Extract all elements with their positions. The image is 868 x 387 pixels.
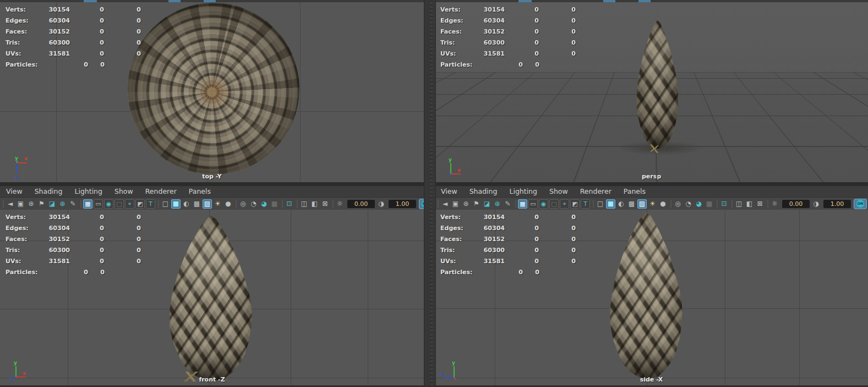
safe-title-icon[interactable]: T — [581, 199, 590, 209]
menu-panels[interactable]: Panels — [183, 186, 217, 197]
grid-icon[interactable]: ▦ — [518, 199, 527, 209]
isolate-select-icon[interactable]: ⊡ — [719, 199, 729, 209]
wireframe-icon[interactable]: □ — [161, 199, 170, 209]
menu-lighting[interactable]: Lighting — [503, 186, 543, 197]
hud-stat-value: 0 — [83, 17, 104, 24]
xray-icon[interactable]: ◫ — [734, 199, 744, 209]
flat-shade-icon[interactable]: ◐ — [616, 199, 626, 209]
menu-shading[interactable]: Shading — [29, 186, 69, 197]
menu-show[interactable]: Show — [108, 186, 139, 197]
xray-joints-icon[interactable]: ◧ — [310, 199, 319, 209]
hud-stat-value: 0 — [554, 247, 576, 254]
menu-view[interactable]: View — [435, 186, 463, 197]
image-plane-icon[interactable]: ◪ — [482, 199, 492, 209]
exposure-icon[interactable]: ☼ — [770, 199, 779, 209]
safe-action-icon[interactable]: ◩ — [570, 199, 580, 209]
hud-stat-value: 0 — [554, 225, 576, 232]
hud-stat-value: 31581 — [465, 258, 505, 265]
menu-lighting[interactable]: Lighting — [68, 186, 108, 197]
pan-zoom-icon[interactable]: ⊕ — [58, 199, 67, 209]
use-default-material-icon[interactable]: ▨ — [637, 199, 647, 209]
gamma-field[interactable]: 1.00 — [823, 200, 851, 208]
pinecone-model-side-view[interactable] — [600, 212, 692, 379]
toolbar-separator — [515, 200, 516, 208]
safe-action-icon[interactable]: ◩ — [135, 199, 145, 209]
contrast-icon[interactable]: ◑ — [811, 199, 821, 209]
menu-view[interactable]: View — [0, 186, 29, 197]
textured-icon[interactable]: ▩ — [192, 199, 201, 209]
menu-shading[interactable]: Shading — [463, 186, 504, 197]
pane-divider[interactable] — [435, 182, 868, 186]
gate-mask-icon[interactable]: □ — [114, 199, 124, 209]
film-gate-icon[interactable]: ▭ — [528, 199, 538, 209]
image-plane-icon[interactable]: ◪ — [47, 199, 57, 209]
color-management-toggle[interactable]: ON — [419, 199, 424, 209]
ambient-occlusion-icon[interactable]: ◎ — [673, 199, 683, 209]
film-gate-icon[interactable]: ▭ — [94, 199, 103, 209]
lights-icon[interactable]: ☀ — [213, 199, 222, 209]
pan-zoom-icon[interactable]: ⊕ — [493, 199, 502, 209]
grease-pencil-icon[interactable]: ✎ — [503, 199, 512, 209]
clipped-active-button — [638, 0, 651, 2]
hud-stat-row: Faces: 30152 0 0 — [435, 26, 589, 37]
gate-mask-icon[interactable]: □ — [549, 199, 559, 209]
safe-title-icon[interactable]: T — [146, 199, 155, 209]
ambient-occlusion-icon[interactable]: ◎ — [238, 199, 248, 209]
smooth-shade-icon[interactable]: ■ — [606, 199, 615, 209]
field-chart-icon[interactable]: ⌖ — [560, 199, 569, 209]
lock-camera-icon[interactable]: ▣ — [451, 199, 460, 209]
multisample-icon[interactable]: ◕ — [259, 199, 269, 209]
bookmarks-icon[interactable]: ⚑ — [37, 199, 46, 209]
field-chart-icon[interactable]: ⌖ — [125, 199, 134, 209]
resolution-gate-icon[interactable]: ◉ — [104, 199, 113, 209]
resolution-gate-icon[interactable]: ◉ — [539, 199, 548, 209]
grid-icon[interactable]: ▦ — [83, 199, 92, 209]
pane-splitter[interactable] — [424, 0, 436, 387]
image-plate-icon[interactable]: ▦ — [705, 199, 714, 209]
hud-stat-row: Edges: 60304 0 0 — [0, 223, 154, 234]
exposure-icon[interactable]: ☼ — [335, 199, 345, 209]
pane-divider[interactable] — [0, 182, 424, 186]
viewport-top[interactable]: Verts: 30154 0 0 Edges: 60304 0 0 Faces:… — [0, 2, 424, 182]
snapshot-icon[interactable]: ⊠ — [755, 199, 765, 209]
select-camera-icon[interactable]: ◄ — [6, 199, 15, 209]
viewport-side[interactable]: Verts: 30154 0 0 Edges: 60304 0 0 Faces:… — [435, 210, 868, 385]
multisample-icon[interactable]: ◕ — [694, 199, 703, 209]
smooth-shade-icon[interactable]: ■ — [171, 199, 181, 209]
menu-renderer[interactable]: Renderer — [574, 186, 618, 197]
isolate-select-icon[interactable]: ⊡ — [285, 199, 294, 209]
image-plate-icon[interactable]: ▦ — [270, 199, 279, 209]
menu-show[interactable]: Show — [543, 186, 574, 197]
menu-panels[interactable]: Panels — [618, 186, 652, 197]
select-camera-icon[interactable]: ◄ — [440, 199, 450, 209]
exposure-field[interactable]: 0.00 — [347, 200, 375, 208]
textured-icon[interactable]: ▩ — [627, 199, 636, 209]
viewport-front[interactable]: Verts: 30154 0 0 Edges: 60304 0 0 Faces:… — [0, 210, 424, 385]
grease-pencil-icon[interactable]: ✎ — [68, 199, 78, 209]
clipped-active-button — [168, 0, 181, 2]
lights-icon[interactable]: ☀ — [648, 199, 657, 209]
shadows-icon[interactable]: ● — [223, 199, 233, 209]
camera-attributes-icon[interactable]: ⊛ — [26, 199, 36, 209]
xray-icon[interactable]: ◫ — [299, 199, 309, 209]
snapshot-icon[interactable]: ⊠ — [320, 199, 330, 209]
menu-renderer[interactable]: Renderer — [139, 186, 183, 197]
xray-joints-icon[interactable]: ◧ — [745, 199, 754, 209]
hud-stat-value: 0 — [119, 214, 141, 221]
wireframe-icon[interactable]: □ — [596, 199, 605, 209]
grid-line — [799, 210, 800, 385]
motion-blur-icon[interactable]: ◔ — [684, 199, 693, 209]
use-default-material-icon[interactable]: ▨ — [203, 199, 212, 209]
shadows-icon[interactable]: ● — [658, 199, 668, 209]
exposure-field[interactable]: 0.00 — [782, 200, 810, 208]
hud-particles-row: Particles: 0 0 — [0, 267, 154, 278]
camera-attributes-icon[interactable]: ⊛ — [461, 199, 471, 209]
contrast-icon[interactable]: ◑ — [376, 199, 386, 209]
color-management-toggle[interactable]: ON — [854, 199, 867, 209]
bookmarks-icon[interactable]: ⚑ — [472, 199, 481, 209]
lock-camera-icon[interactable]: ▣ — [16, 199, 25, 209]
flat-shade-icon[interactable]: ◐ — [182, 199, 191, 209]
motion-blur-icon[interactable]: ◔ — [249, 199, 258, 209]
viewport-persp[interactable]: Verts: 30154 0 0 Edges: 60304 0 0 Faces:… — [435, 2, 868, 182]
gamma-field[interactable]: 1.00 — [389, 200, 416, 208]
